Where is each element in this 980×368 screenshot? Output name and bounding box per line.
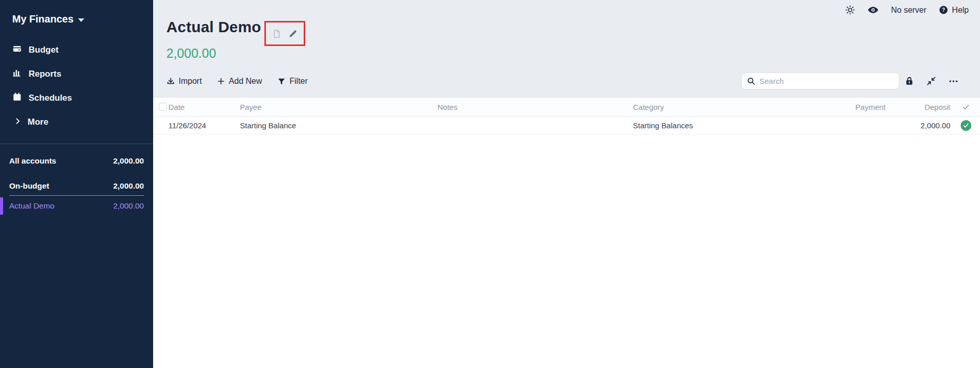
- on-budget-underline: [9, 195, 144, 196]
- column-header-payment[interactable]: Payment: [801, 98, 886, 116]
- column-header-payee[interactable]: Payee: [240, 98, 434, 116]
- budget-name: My Finances: [12, 13, 74, 25]
- select-all-checkbox[interactable]: [159, 103, 167, 111]
- filter-label: Filter: [289, 77, 308, 86]
- filter-button[interactable]: Filter: [277, 77, 308, 86]
- cell-payee[interactable]: Starting Balance: [240, 117, 434, 134]
- privacy-eye-icon[interactable]: [867, 4, 879, 16]
- column-header-category[interactable]: Category: [633, 98, 796, 116]
- actual-budget-app: My Finances Budget: [0, 0, 980, 368]
- transactions-toolbar: Import Add New Filter: [166, 73, 308, 90]
- cell-date[interactable]: 11/26/2024: [168, 117, 235, 134]
- chevron-right-icon: [14, 117, 21, 127]
- sidebar-item-label: Schedules: [29, 93, 72, 103]
- budget-name-menu[interactable]: My Finances: [12, 13, 84, 25]
- server-status[interactable]: No server: [891, 6, 926, 15]
- ellipsis-icon[interactable]: [948, 76, 959, 86]
- sidebar-item-reports[interactable]: Reports: [0, 62, 153, 86]
- caret-down-icon: [78, 18, 84, 22]
- table-tools: [904, 73, 959, 89]
- account-balance: 2,000.00: [166, 46, 216, 61]
- cell-notes[interactable]: [437, 117, 626, 134]
- account-amount: 2,000.00: [113, 201, 144, 211]
- bar-chart-icon: [12, 68, 22, 80]
- sidebar-item-label: Reports: [29, 69, 61, 79]
- on-budget-amount: 2,000.00: [113, 181, 144, 191]
- transaction-row[interactable]: 11/26/2024 Starting Balance Starting Bal…: [153, 117, 980, 134]
- on-budget-row[interactable]: On-budget 2,000.00: [0, 177, 153, 195]
- cell-deposit[interactable]: 2,000.00: [891, 117, 950, 134]
- sidebar: My Finances Budget: [0, 0, 153, 368]
- search-icon: [747, 77, 755, 85]
- sidebar-divider: [0, 144, 153, 144]
- sidebar-account-actual-demo[interactable]: Actual Demo 2,000.00: [0, 197, 153, 215]
- topbar: No server ? Help: [845, 4, 969, 16]
- all-accounts-row[interactable]: All accounts 2,000.00: [0, 152, 153, 170]
- account-label: Actual Demo: [9, 201, 55, 211]
- column-header-date[interactable]: Date: [168, 98, 235, 116]
- help-label: Help: [952, 6, 969, 15]
- filter-funnel-icon: [277, 77, 286, 86]
- column-header-deposit[interactable]: Deposit: [891, 98, 950, 116]
- column-header-notes[interactable]: Notes: [437, 98, 626, 116]
- all-accounts-label: All accounts: [9, 156, 56, 166]
- add-new-label: Add New: [229, 77, 262, 86]
- column-header-cleared[interactable]: [955, 98, 976, 116]
- edit-pencil-icon[interactable]: [288, 29, 298, 38]
- calendar-icon: [12, 92, 22, 104]
- sidebar-item-schedules[interactable]: Schedules: [0, 86, 153, 110]
- search-box[interactable]: [741, 73, 899, 89]
- note-file-icon[interactable]: [272, 29, 281, 38]
- sidebar-item-budget[interactable]: Budget: [0, 38, 153, 62]
- import-button[interactable]: Import: [166, 77, 202, 86]
- sidebar-item-label: Budget: [29, 45, 59, 55]
- sidebar-item-label: More: [28, 117, 48, 127]
- account-title: Actual Demo: [166, 18, 261, 36]
- wallet-icon: [12, 44, 22, 56]
- lock-icon[interactable]: [904, 76, 914, 86]
- sidebar-item-more[interactable]: More: [0, 110, 153, 134]
- check-icon: [962, 103, 970, 111]
- help-button[interactable]: ? Help: [939, 5, 969, 15]
- cell-category[interactable]: Starting Balances: [633, 117, 796, 134]
- cleared-check-icon[interactable]: [961, 120, 971, 131]
- annotation-red-box: [264, 21, 305, 46]
- sidebar-nav: Budget Reports: [0, 38, 153, 134]
- on-budget-label: On-budget: [9, 181, 49, 191]
- add-new-button[interactable]: Add New: [217, 77, 262, 86]
- collapse-arrows-icon[interactable]: [926, 76, 936, 86]
- search-input[interactable]: [760, 77, 894, 85]
- import-label: Import: [179, 77, 202, 86]
- help-circle-icon: ?: [939, 5, 948, 15]
- all-accounts-amount: 2,000.00: [113, 156, 144, 166]
- plus-icon: [217, 77, 225, 85]
- import-icon: [166, 77, 175, 86]
- svg-text:?: ?: [942, 7, 945, 13]
- cell-payment[interactable]: [801, 117, 886, 134]
- theme-sun-icon[interactable]: [845, 5, 855, 15]
- transactions-table-header: Date Payee Notes Category Payment Deposi…: [153, 97, 980, 117]
